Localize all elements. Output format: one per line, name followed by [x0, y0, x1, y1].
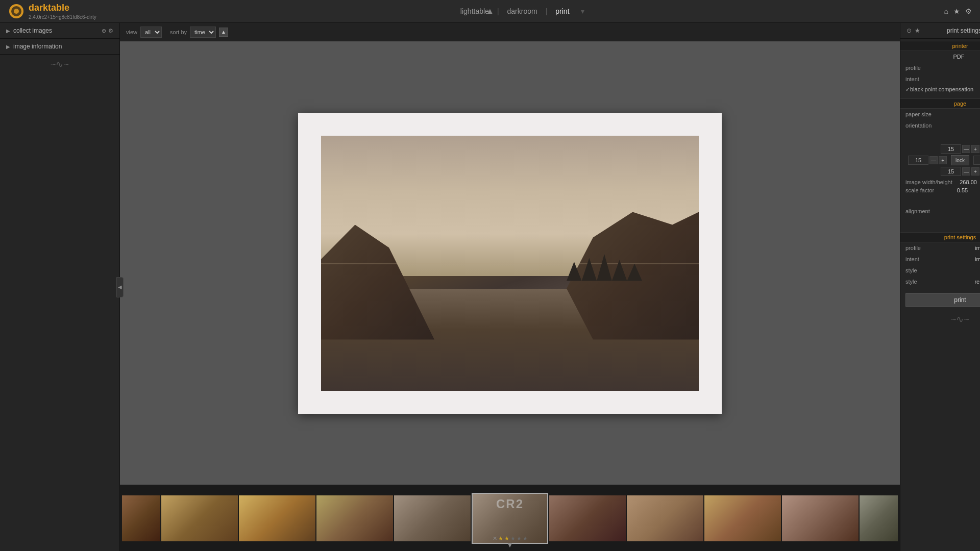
paper-size-row: paper size A4 ▾	[900, 109, 980, 120]
intent-row-printer: intent perceptual ▾	[900, 73, 980, 85]
star-icon[interactable]: ★	[953, 7, 960, 15]
star-1[interactable]: ★	[498, 535, 503, 542]
margin-bottom-minus[interactable]: —	[962, 167, 970, 176]
ps-style-label: style	[905, 267, 917, 273]
collect-images-header[interactable]: ▶ collect images ⊕ ⚙	[0, 23, 119, 38]
film-thumb-11[interactable]	[860, 495, 898, 541]
collect-images-label: collect images	[13, 27, 52, 34]
view-label: view	[126, 29, 137, 35]
profile-row: profile none ▾	[900, 62, 980, 73]
film-thumb-2[interactable]	[161, 495, 238, 541]
ps-intent-value: image settings	[975, 256, 980, 262]
paper-size-label: paper size	[905, 111, 932, 117]
nav-sep1: |	[497, 7, 499, 15]
scale-label: scale factor	[905, 187, 934, 193]
gear-icon[interactable]: ⚙	[965, 7, 972, 15]
star-4[interactable]: ★	[517, 535, 522, 542]
home-icon[interactable]: ⌂	[944, 7, 948, 15]
margin-bottom-row: — +	[941, 167, 979, 176]
print-button[interactable]: print	[905, 293, 980, 307]
image-wh-row: image width/height 268.00 x 178.00	[900, 178, 980, 186]
right-panel-icon1[interactable]: ⊙	[906, 27, 912, 34]
right-panel-header: ⊙ ★ print settings ⚙	[900, 23, 980, 39]
page-section: page paper size A4 ▾ orientation landsca…	[900, 96, 980, 230]
image-information-label: image information	[13, 43, 62, 50]
print-image	[321, 136, 699, 391]
film-thumb-3[interactable]	[239, 495, 315, 541]
orientation-row: orientation landscape ▾	[900, 120, 980, 131]
collect-settings-icon[interactable]: ⚙	[108, 28, 113, 34]
margin-top-plus[interactable]: +	[971, 145, 979, 153]
intent-label-printer: intent	[905, 76, 919, 82]
view-group: view all	[126, 27, 162, 38]
film-thumb-9[interactable]	[704, 495, 781, 541]
film-thumb-10[interactable]	[782, 495, 859, 541]
margin-left-input[interactable]	[908, 156, 928, 165]
alignment-row: alignment	[900, 194, 980, 228]
replace-history-sub: style	[905, 279, 917, 285]
left-collapse-button[interactable]: ◀	[116, 277, 124, 297]
margin-bottom-input[interactable]	[941, 167, 961, 176]
right-panel-title: print settings	[947, 27, 980, 34]
image-wh-label: image width/height	[905, 179, 952, 185]
black-point-row: ✓black point compensation	[900, 85, 980, 94]
alignment-label: alignment	[905, 208, 930, 214]
image-width-value: 268.00	[960, 179, 977, 185]
margin-bottom-plus[interactable]: +	[971, 167, 979, 176]
black-point-label[interactable]: ✓black point compensation	[905, 86, 973, 93]
filmstrip: CR2 ✕ ★ ★ ★ ★ ★ ▼	[120, 485, 900, 551]
film-thumb-8[interactable]	[627, 495, 703, 541]
sort-label: sort by	[170, 29, 187, 35]
sort-direction-button[interactable]: ▲	[219, 28, 228, 37]
lock-button[interactable]: lock	[951, 155, 969, 165]
toolbar: view all sort by time ▲	[120, 23, 900, 41]
nav-sep2: |	[546, 7, 548, 15]
svg-point-2	[14, 9, 19, 14]
margin-top-row: — +	[941, 144, 979, 154]
orientation-label: orientation	[905, 122, 932, 129]
view-select[interactable]: all	[140, 27, 162, 38]
margin-top-stepper: — +	[941, 144, 979, 154]
film-thumb-5[interactable]	[394, 495, 471, 541]
top-collapse-arrow[interactable]: ▲	[486, 7, 494, 16]
ps-profile-row: profile image settings ▾	[900, 242, 980, 254]
app-version: 2.4.0rc2+15~g8c81fd8c6-dirty	[29, 14, 96, 20]
print-settings-section: print settings profile image settings ▾ …	[900, 230, 980, 289]
margin-top-input[interactable]	[941, 144, 961, 154]
nav-print[interactable]: print	[551, 5, 573, 17]
scale-row: scale factor 0.55 (dpi:300)	[900, 186, 980, 194]
nav-links: lighttable | darkroom | print ▾	[456, 5, 584, 17]
printer-value: PDF	[953, 54, 965, 60]
print-settings-divider: print settings	[900, 232, 980, 242]
printer-value-row: PDF ▾	[900, 51, 980, 62]
paper	[298, 113, 722, 414]
filmstrip-down-arrow[interactable]: ▼	[506, 541, 513, 549]
rating-x[interactable]: ✕	[493, 535, 497, 542]
print-preview-area	[120, 41, 900, 485]
film-thumb-7[interactable]	[549, 495, 626, 541]
sort-select[interactable]: time	[190, 27, 216, 38]
ps-intent-row: intent image settings ▾	[900, 254, 980, 265]
margin-top-minus[interactable]: —	[962, 145, 970, 153]
ps-style-row: style none ▾	[900, 265, 980, 276]
margin-left-minus[interactable]: —	[929, 156, 938, 164]
darktable-logo	[8, 3, 24, 19]
printer-section: printer PDF ▾ profile none ▾ intent perc…	[900, 39, 980, 96]
margin-right-input[interactable]	[973, 156, 980, 165]
film-thumb-1[interactable]	[122, 495, 160, 541]
film-thumb-6-active[interactable]: CR2 ✕ ★ ★ ★ ★ ★	[472, 493, 548, 544]
collect-add-icon[interactable]: ⊕	[102, 28, 106, 34]
right-panel-icon2[interactable]: ★	[915, 27, 920, 34]
replace-history-row: style replace history ▾	[900, 276, 980, 287]
center-area: view all sort by time ▲	[120, 23, 900, 551]
left-sidebar: ▶ collect images ⊕ ⚙ ▶ image information…	[0, 23, 120, 551]
nav-darkroom[interactable]: darkroom	[503, 5, 542, 17]
right-sidebar: ⊙ ★ print settings ⚙ printer PDF ▾ profi…	[900, 23, 980, 551]
film-thumb-4[interactable]	[316, 495, 393, 541]
image-information-header[interactable]: ▶ image information	[0, 39, 119, 54]
margin-controls: — + — + lock — +	[900, 142, 980, 178]
margin-bottom-stepper: — +	[941, 167, 979, 176]
margin-mid-row: — + lock — +	[908, 155, 980, 165]
star-5[interactable]: ★	[523, 535, 528, 542]
margin-left-plus[interactable]: +	[939, 156, 947, 164]
